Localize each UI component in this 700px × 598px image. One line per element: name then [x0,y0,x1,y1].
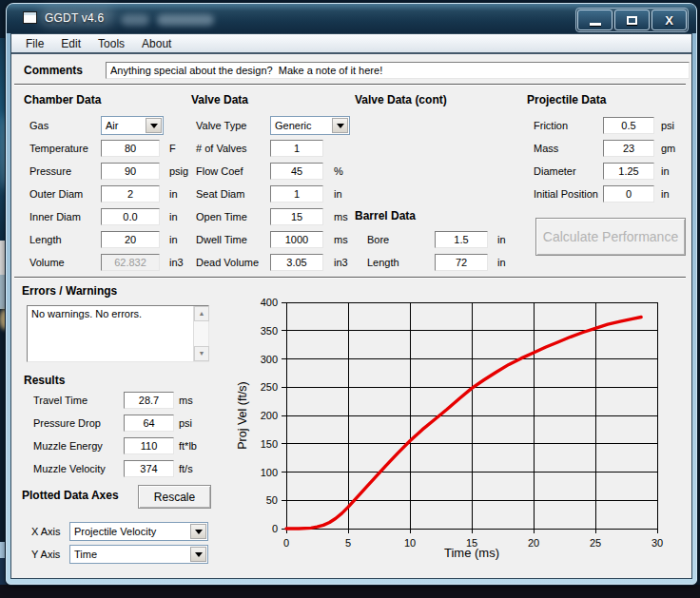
calculate-performance-button: Calculate Performance [535,218,686,256]
pressure-drop-unit: psi [179,417,192,429]
errors-warnings-text: No warnings. No errors. [31,308,142,319]
scroll-up-icon[interactable]: ▲ [194,306,209,321]
friction-input[interactable] [603,117,654,134]
svg-text:Time (ms): Time (ms) [444,546,499,560]
titlebar[interactable]: GGDT v4.6 X [7,4,696,33]
client-area: Comments Chamber Data Valve Data Valve D… [14,56,691,578]
open-time-unit: ms [334,211,348,222]
scrollbar[interactable]: ▲ ▼ [193,306,208,361]
pressure-drop-output[interactable] [124,415,174,432]
svg-text:5: 5 [345,537,351,549]
pressure-drop-label: Pressure Drop [33,417,101,429]
chamber-data-header: Chamber Data [24,93,101,106]
velocity-chart: 050100150200250300350400051015202530Time… [231,290,686,575]
travel-time-label: Travel Time [33,395,88,406]
muzzle-energy-label: Muzzle Energy [33,440,103,452]
chevron-down-icon[interactable] [190,524,206,539]
friction-label: Friction [534,120,568,131]
diameter-input[interactable] [603,163,654,180]
barrel-length-input[interactable] [435,254,488,271]
taskbar-strip [0,585,700,598]
open-time-label: Open Time [196,211,247,222]
svg-text:100: 100 [261,467,278,478]
window-body: File Edit Tools About Comments Chamber D… [10,33,692,579]
close-button[interactable]: X [651,10,687,30]
minimize-button[interactable] [577,10,612,30]
muzzle-velocity-label: Muzzle Velocity [33,463,106,474]
muzzle-velocity-unit: ft/s [179,463,193,474]
rescale-button[interactable]: Rescale [138,485,211,509]
mass-label: Mass [534,143,558,154]
friction-row: Friction psi [14,116,690,135]
maximize-button[interactable] [614,10,650,30]
blurred-text-fragment [121,14,149,26]
barrel-length-label: Length [367,257,399,268]
window-title: GGDT v4.6 [45,11,104,25]
valve-data-cont-header: Valve Data (cont) [355,93,447,106]
diameter-row: Diameter in [14,162,690,181]
bore-unit: in [497,234,506,245]
projectile-data-header: Projectile Data [527,93,606,106]
errors-warnings-box[interactable]: No warnings. No errors. ▲ ▼ [27,305,209,362]
menu-bar: File Edit Tools About [11,34,691,54]
x-axis-selected-value: Projectile Velocity [74,526,156,537]
svg-text:300: 300 [261,354,278,365]
friction-unit: psi [661,120,674,131]
svg-text:10: 10 [404,537,416,549]
muzzle-energy-output[interactable] [124,437,174,454]
y-axis-select[interactable]: Time [69,545,208,564]
app-window: GGDT v4.6 X File Edit Tools About Commen… [6,3,697,585]
svg-text:20: 20 [528,537,539,549]
travel-time-output[interactable] [124,392,174,409]
svg-text:0: 0 [283,537,289,549]
initial-position-unit: in [661,188,670,200]
svg-text:150: 150 [261,438,278,450]
velocity-chart-svg: 050100150200250300350400051015202530Time… [231,290,686,575]
svg-text:0: 0 [272,523,278,534]
svg-text:350: 350 [261,325,278,337]
errors-warnings-header: Errors / Warnings [22,284,117,298]
window-controls: X [575,8,689,32]
barrel-data-header: Barrel Data [355,209,416,222]
initial-position-input[interactable] [603,185,654,203]
travel-time-unit: ms [179,395,193,406]
initial-position-label: Initial Position [534,188,598,200]
app-icon [23,11,37,24]
maximize-icon [627,16,637,25]
diameter-label: Diameter [534,165,576,177]
svg-text:250: 250 [261,381,278,393]
menu-tools[interactable]: Tools [89,35,133,52]
y-axis-label: Y Axis [31,549,60,560]
mass-input[interactable] [603,140,654,157]
barrel-length-unit: in [497,257,506,268]
initial-position-row: Initial Position in [14,184,690,203]
x-axis-select[interactable]: Projectile Velocity [69,522,208,541]
svg-text:200: 200 [261,410,278,421]
svg-text:50: 50 [266,494,278,506]
barrel-length-row: Length in [14,253,690,272]
mass-unit: gm [661,143,675,154]
valve-data-header: Valve Data [191,93,248,106]
scroll-down-icon[interactable]: ▼ [194,346,209,361]
y-axis-selected-value: Time [74,549,97,560]
svg-text:25: 25 [590,537,601,549]
bore-input[interactable] [435,231,488,248]
menu-about[interactable]: About [133,35,180,52]
x-axis-label: X Axis [31,526,61,537]
comments-input[interactable] [106,62,690,79]
menu-file[interactable]: File [17,35,52,52]
muzzle-velocity-output[interactable] [124,460,174,477]
svg-text:400: 400 [261,297,278,308]
divider [14,84,686,86]
results-header: Results [24,374,65,387]
chevron-down-icon[interactable] [190,547,206,562]
close-icon: X [665,13,673,28]
diameter-unit: in [661,165,670,177]
blurred-text-fragment [157,14,214,26]
mass-row: Mass gm [14,139,690,158]
plotted-data-axes-header: Plotted Data Axes [22,489,119,502]
open-time-input[interactable] [270,208,323,225]
svg-text:30: 30 [651,537,663,549]
menu-edit[interactable]: Edit [52,35,89,52]
muzzle-energy-unit: ft*lb [179,440,197,452]
